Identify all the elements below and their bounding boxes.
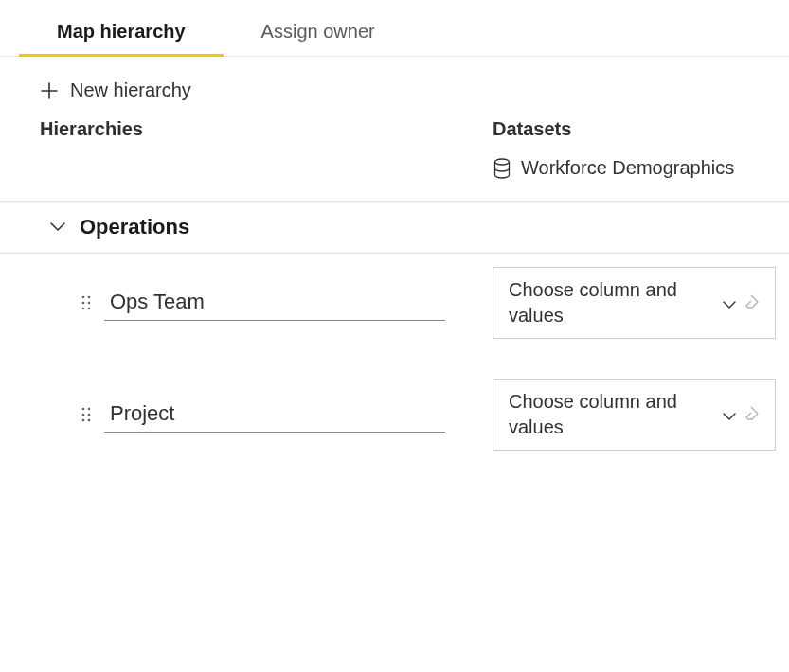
datasets-column-header: Datasets [493, 118, 789, 140]
chevron-down-icon [722, 292, 737, 314]
hierarchy-group-name: Operations [80, 215, 189, 239]
drag-handle-icon[interactable] [80, 406, 93, 423]
svg-point-6 [88, 308, 91, 310]
hierarchy-level-name-input[interactable] [104, 398, 445, 433]
column-headers: Hierarchies Datasets Workforce Demograph… [0, 118, 789, 202]
svg-point-11 [82, 419, 85, 422]
hierarchy-group-header[interactable]: Operations [0, 202, 789, 254]
new-hierarchy-button[interactable]: New hierarchy [0, 57, 191, 118]
column-values-dropdown[interactable]: Choose column and values [493, 267, 776, 339]
new-hierarchy-label: New hierarchy [70, 80, 191, 101]
tab-map-hierarchy[interactable]: Map hierarchy [19, 8, 224, 56]
database-icon [493, 158, 511, 179]
dataset-name: Workforce Demographics [521, 157, 734, 179]
column-values-dropdown[interactable]: Choose column and values [493, 379, 776, 451]
chevron-down-icon [49, 219, 66, 236]
dropdown-placeholder: Choose column and values [509, 389, 722, 440]
tab-assign-owner[interactable]: Assign owner [224, 8, 413, 56]
hierarchy-item-row: Choose column and values [0, 365, 789, 464]
svg-point-9 [82, 414, 85, 416]
tab-bar: Map hierarchy Assign owner [0, 8, 789, 57]
svg-point-5 [82, 308, 85, 310]
hierarchies-column-header: Hierarchies [40, 118, 489, 140]
hierarchy-level-name-input[interactable] [104, 286, 445, 321]
svg-point-2 [88, 296, 91, 299]
dropdown-placeholder: Choose column and values [509, 277, 722, 328]
erase-icon[interactable] [744, 404, 762, 426]
svg-point-3 [82, 302, 85, 305]
chevron-down-icon [722, 404, 737, 426]
svg-point-10 [88, 414, 91, 416]
drag-handle-icon[interactable] [80, 294, 93, 311]
dataset-item[interactable]: Workforce Demographics [493, 140, 789, 190]
plus-icon [40, 81, 59, 100]
svg-point-7 [82, 408, 85, 411]
hierarchy-item-row: Choose column and values [0, 254, 789, 352]
svg-point-1 [82, 296, 85, 299]
svg-point-4 [88, 302, 91, 305]
svg-point-0 [495, 159, 510, 165]
svg-point-8 [88, 408, 91, 411]
svg-point-12 [88, 419, 91, 422]
erase-icon[interactable] [744, 292, 762, 314]
